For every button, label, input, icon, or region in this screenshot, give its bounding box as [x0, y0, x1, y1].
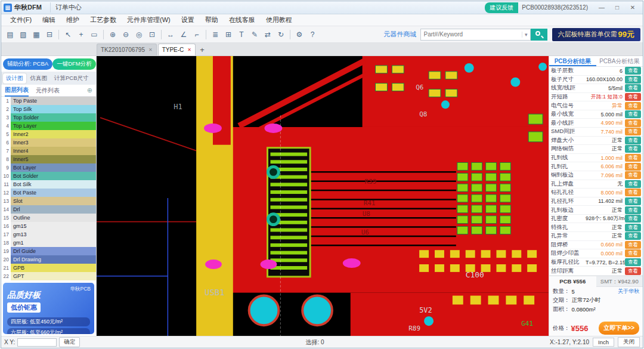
menu-item-1[interactable]: 编辑 [37, 14, 61, 26]
pcb-svg[interactable]: H1Q6Q8R39R41U8U6C1005V2USB1R89G41 [97, 56, 549, 336]
close-tab-icon[interactable]: ✕ [148, 47, 153, 52]
aux-analysis-button[interactable]: 辅助分析: PCBA [3, 58, 52, 70]
layer-row[interactable]: 5Inner2 [1, 130, 96, 138]
view-tab-0[interactable]: 设计图 [3, 73, 26, 84]
menu-item-3[interactable]: 工艺参数 [85, 14, 122, 26]
view-button[interactable]: 查看 [625, 163, 641, 171]
menu-item-2[interactable]: 维护 [61, 14, 85, 26]
mode-select[interactable]: 关闭 [618, 337, 640, 347]
view-tab-2[interactable]: 计算PCB尺寸 [51, 73, 92, 84]
ruler-icon[interactable]: ⌐ [191, 29, 203, 41]
tab-pcb-price[interactable]: PCB ¥556 [549, 276, 596, 287]
new-tab-button[interactable]: + [197, 45, 208, 55]
tab-pcb-results[interactable]: PCB分析结果 [549, 56, 596, 66]
list-tab-0[interactable]: 图层列表 [5, 85, 29, 97]
doc-tab-0[interactable]: TK22010706795✕ [97, 44, 157, 55]
layer-row[interactable]: 15Outline [1, 214, 96, 222]
pcb-canvas[interactable]: H1Q6Q8R39R41U8U6C1005V2USB1R89G41 [97, 56, 549, 336]
close-button[interactable]: ✕ [625, 3, 640, 13]
view-button[interactable]: 查看 [625, 102, 641, 110]
layer-row[interactable]: 19Drl Guide [1, 247, 96, 255]
highlight-net-icon[interactable]: ✎ [249, 29, 261, 41]
search-dropdown-icon[interactable]: ▾ [522, 32, 530, 38]
layer-row[interactable]: 20Drl Drawing [1, 255, 96, 264]
tab-pcba-results[interactable]: PCBA分析结果 [596, 56, 643, 66]
tab-smt-price[interactable]: SMT：¥942.90 [596, 276, 643, 287]
feedback-badge[interactable]: 建议反馈 [485, 2, 518, 13]
layer-row[interactable]: 11Bot Silk [1, 180, 96, 189]
doc-tab-1[interactable]: TYPE-C✕ [158, 44, 196, 55]
view-button[interactable]: 查看 [625, 110, 641, 118]
zoom-in-icon[interactable]: ⊕ [107, 29, 119, 41]
cursor-icon[interactable]: ↖ [62, 29, 74, 41]
open-file-icon[interactable]: ▧ [17, 29, 29, 41]
view-button[interactable]: 查看 [625, 197, 641, 205]
sidebar-promo-banner[interactable]: 华秋PCB 品质好板 低价钜惠 四层板: 低至450元/m² 六层板: 低至66… [3, 283, 94, 334]
search-button[interactable] [531, 29, 547, 41]
view-button[interactable]: 查看 [625, 258, 641, 266]
toolbar-promo-banner[interactable]: 六层板特惠首单仅需 99元 [552, 28, 640, 41]
layer-row[interactable]: 10Bot Solder [1, 172, 96, 180]
order-now-button[interactable]: 立即下单>> [599, 322, 639, 335]
layer-row[interactable]: 7Inner4 [1, 147, 96, 155]
about-link[interactable]: 关于华秋 [618, 288, 639, 295]
flip-icon[interactable]: ⇄ [262, 29, 274, 41]
menu-item-7[interactable]: 在线客服 [224, 14, 261, 26]
save-icon[interactable]: ▦ [30, 29, 42, 41]
layer-row[interactable]: 22GPT [1, 272, 96, 280]
layer-settings-icon[interactable]: ⊕ [87, 87, 92, 94]
layers-icon[interactable]: ≣ [209, 29, 221, 41]
layer-row[interactable]: 1Top Paste [1, 97, 96, 105]
view-button[interactable]: 查看 [625, 76, 641, 84]
menu-item-0[interactable]: 文件(F) [5, 14, 37, 26]
view-button[interactable]: 查看 [625, 128, 641, 135]
menu-item-8[interactable]: 使用教程 [261, 14, 298, 26]
view-button[interactable]: 查看 [625, 93, 641, 101]
layer-row[interactable]: 6Inner3 [1, 138, 96, 147]
layer-row[interactable]: 12Bot Paste [1, 189, 96, 197]
layer-row[interactable]: 8Inner5 [1, 155, 96, 163]
layer-row[interactable]: 14Drl [1, 205, 96, 214]
rotate-icon[interactable]: ↻ [275, 29, 287, 41]
layer-row[interactable]: 4Top Layer [1, 122, 96, 130]
part-search-input[interactable] [421, 31, 522, 38]
view-button[interactable]: 查看 [625, 171, 641, 179]
view-button[interactable]: 查看 [625, 189, 641, 196]
layer-row[interactable]: 9Bot Layer [1, 163, 96, 172]
view-button[interactable]: 查看 [625, 267, 641, 275]
grid-icon[interactable]: ⊞ [222, 29, 234, 41]
help-icon[interactable]: ? [306, 29, 318, 41]
new-file-icon[interactable]: ▤ [4, 29, 16, 41]
layer-row[interactable]: 2Top Silk [1, 105, 96, 113]
view-button[interactable]: 查看 [625, 180, 641, 188]
view-button[interactable]: 查看 [625, 215, 641, 223]
layer-row[interactable]: 13Slot [1, 197, 96, 205]
text-icon[interactable]: T [236, 29, 247, 41]
view-button[interactable]: 查看 [625, 145, 641, 153]
view-button[interactable]: 查看 [625, 249, 641, 257]
minimize-button[interactable]: — [594, 3, 609, 13]
menu-item-4[interactable]: 元件库管理(W) [122, 14, 176, 26]
layer-row[interactable]: 17gm13 [1, 230, 96, 239]
view-button[interactable]: 查看 [625, 119, 641, 127]
angle-measure-icon[interactable]: ∠ [178, 29, 190, 41]
unit-select[interactable]: Inch [593, 338, 614, 347]
layer-row[interactable]: 16gm15 [1, 222, 96, 230]
select-area-icon[interactable]: ▭ [88, 29, 100, 41]
view-button[interactable]: 查看 [625, 206, 641, 214]
list-tab-1[interactable]: 元件列表 [36, 85, 60, 96]
measure-icon[interactable]: ↔ [165, 29, 177, 41]
pan-icon[interactable]: + [75, 29, 87, 41]
view-button[interactable]: 查看 [625, 137, 641, 144]
layer-row[interactable]: 18gm1 [1, 239, 96, 247]
menu-item-6[interactable]: 帮助 [200, 14, 224, 26]
view-tab-1[interactable]: 仿真图 [27, 73, 51, 84]
close-tab-icon[interactable]: ✕ [187, 47, 191, 52]
zoom-fit-icon[interactable]: ◎ [133, 29, 145, 41]
confirm-button[interactable]: 确定 [59, 337, 80, 347]
layer-row[interactable]: 21GPB [1, 264, 96, 272]
view-button[interactable]: 查看 [625, 232, 641, 240]
maximize-button[interactable]: □ [609, 3, 625, 13]
settings-icon[interactable]: ⚙ [293, 29, 305, 41]
zoom-window-icon[interactable]: ⊡ [146, 29, 158, 41]
